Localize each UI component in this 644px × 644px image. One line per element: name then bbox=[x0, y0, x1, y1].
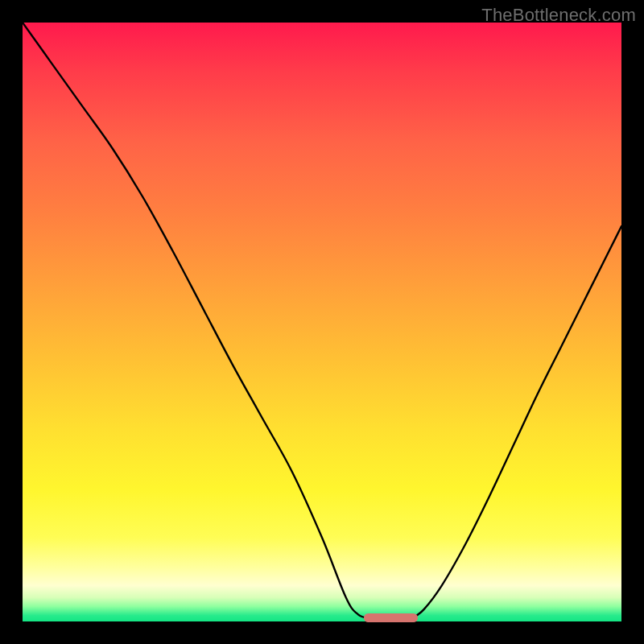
right-curve-path bbox=[412, 226, 621, 618]
plot-area bbox=[23, 23, 621, 621]
bottleneck-marker bbox=[364, 613, 418, 621]
curve-layer bbox=[23, 23, 621, 621]
chart-frame: TheBottleneck.com bbox=[0, 0, 644, 644]
left-curve-path bbox=[23, 23, 370, 618]
